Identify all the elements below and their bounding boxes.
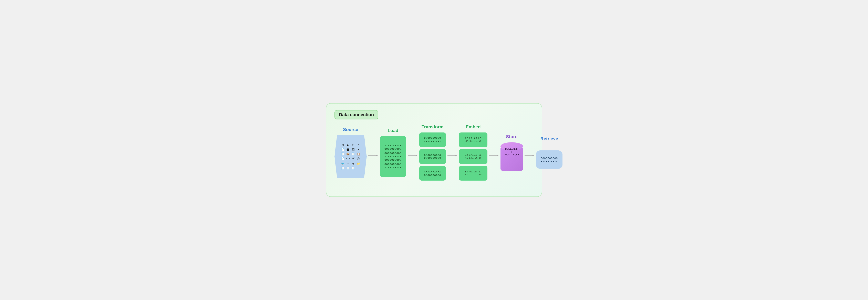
- store-label: Store: [506, 134, 518, 139]
- arrow-embed-store: [488, 153, 500, 158]
- embed-box-1: 0.5, 0.2....0.1, 0.9 -0.1, 0.4....1.4, 5…: [459, 132, 488, 147]
- load-label: Load: [388, 128, 399, 133]
- stage-transform: Transform XXXXXXXXXX XXXXXXXXXX XXXXXXXX…: [419, 124, 446, 180]
- stage-retrieve: Retrieve XXXXXXXXXX XXXXXXXXXX: [536, 136, 562, 169]
- svg-marker-9: [532, 155, 534, 156]
- arrow-source-load: [367, 153, 380, 158]
- retrieve-label: Retrieve: [540, 136, 558, 141]
- embed-box-3: 5.5, -0.3....0.8, 2.3 2.1, 0.1....-1.7, …: [459, 166, 488, 180]
- icon-grid: ⊞: [341, 143, 345, 146]
- cylinder-text: 0.5, 0.2....0.1, 0.9 : 2.1, 0.1....-1.7,…: [500, 148, 523, 156]
- transform-box-3: XXXXXXXXXX XXXXXXXXXX: [419, 166, 446, 180]
- pipeline: Source ⊞ ▶ ⬡ △ 📄 ⬤ 🖼 ≡ 📄 📦 📄: [335, 124, 533, 180]
- title-text: Data connection: [339, 112, 374, 117]
- svg-marker-7: [497, 155, 498, 156]
- stage-embed: Embed 0.5, 0.2....0.1, 0.9 -0.1, 0.4....…: [459, 124, 488, 180]
- stage-source: Source ⊞ ▶ ⬡ △ 📄 ⬤ 🖼 ≡ 📄 📦 📄: [335, 127, 367, 178]
- arrow-transform-embed: [446, 153, 459, 158]
- store-cylinder: 0.5, 0.2....0.1, 0.9 : 2.1, 0.1....-1.7,…: [500, 142, 523, 171]
- main-container: Data connection Source ⊞ ▶ ⬡ △ 📄 ⬤ 🖼 ≡: [326, 103, 542, 197]
- transform-label: Transform: [422, 124, 443, 130]
- load-box: XXXXXXXXXX XXXXXXXXXX XXXXXXXXXX XXXXXXX…: [380, 136, 406, 177]
- transform-stack: XXXXXXXXXX XXXXXXXXXX XXXXXXXXXX XXXXXXX…: [419, 132, 446, 180]
- source-label: Source: [343, 127, 358, 132]
- embed-label: Embed: [466, 124, 480, 130]
- svg-marker-1: [376, 155, 378, 156]
- retrieve-box: XXXXXXXXXX XXXXXXXXXX: [536, 151, 562, 169]
- source-shape: ⊞ ▶ ⬡ △ 📄 ⬤ 🖼 ≡ 📄 📦 📄 📋 📄 </>: [335, 135, 367, 178]
- arrow-load-transform: [406, 153, 419, 158]
- embed-box-2: 0.2, 0.7....2.1, -1.2 4.1, 3.4....-1.5, …: [459, 149, 488, 164]
- stage-load: Load XXXXXXXXXX XXXXXXXXXX XXXXXXXXXX XX…: [380, 128, 406, 177]
- arrow-store-retrieve: [523, 153, 536, 158]
- embed-stack: 0.5, 0.2....0.1, 0.9 -0.1, 0.4....1.4, 5…: [459, 132, 488, 180]
- stage-store: Store 0.5, 0.2....0.1, 0.9 : 2.1, 0.1...…: [500, 134, 523, 171]
- svg-marker-3: [416, 155, 417, 156]
- transform-box-1: XXXXXXXXXX XXXXXXXXXX: [419, 132, 446, 147]
- title-badge: Data connection: [335, 110, 378, 120]
- svg-marker-5: [455, 155, 457, 156]
- transform-box-2: XXXXXXXXXX XXXXXXXXXX: [419, 149, 446, 164]
